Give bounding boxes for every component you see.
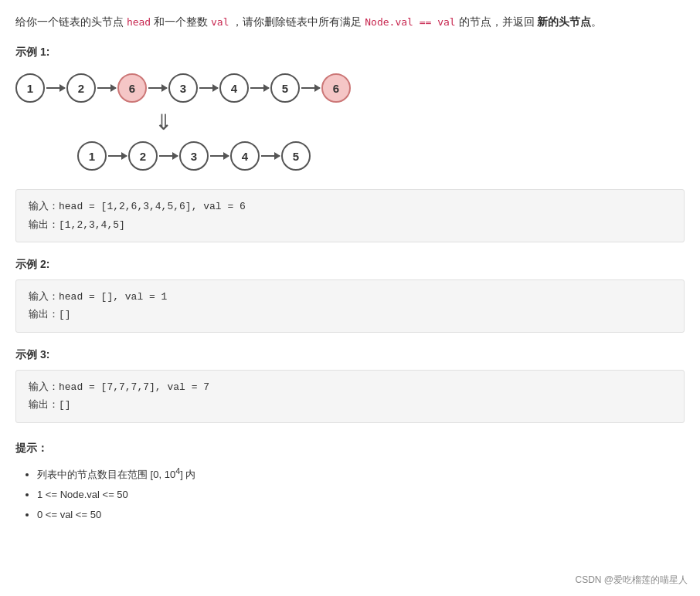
- down-arrow-area: ⇓: [15, 112, 172, 134]
- hints-title: 提示：: [15, 442, 685, 455]
- result-node-4: 4: [230, 141, 260, 171]
- arrow-5: [250, 87, 269, 89]
- node-6b: 6: [321, 73, 351, 103]
- arrow-6: [301, 87, 320, 89]
- result-node-5: 5: [281, 141, 311, 171]
- problem-description: 给你一个链表的头节点 head 和一个整数 val ，请你删除链表中所有满足 N…: [15, 12, 685, 32]
- example-3-output: 输出：[]: [29, 396, 671, 414]
- diagram-row-2: 1 2 3 4 5: [15, 141, 311, 171]
- example-2-title: 示例 2:: [15, 258, 685, 272]
- result-arrow-3: [210, 155, 229, 157]
- node-5: 5: [270, 73, 300, 103]
- node-1: 1: [15, 73, 45, 103]
- example-1-title: 示例 1:: [15, 46, 685, 59]
- result-arrow-4: [261, 155, 280, 157]
- example-1-output: 输出：[1,2,3,4,5]: [29, 216, 671, 234]
- node-4: 4: [219, 73, 249, 103]
- node-2: 2: [66, 73, 96, 103]
- example-2-code: 输入：head = [], val = 1 输出：[]: [15, 279, 685, 333]
- example-3-title: 示例 3:: [15, 348, 685, 362]
- hint-item-3: 0 <= val <= 50: [37, 505, 685, 525]
- hints-section: 提示： 列表中的节点数目在范围 [0, 104] 内 1 <= Node.val…: [15, 442, 685, 525]
- example-3: 示例 3: 输入：head = [7,7,7,7], val = 7 输出：[]: [15, 348, 685, 423]
- example-3-code: 输入：head = [7,7,7,7], val = 7 输出：[]: [15, 370, 685, 423]
- footer-credit: CSDN @爱吃榴莲的喵星人: [575, 574, 688, 587]
- diagram-row-1: 1 2 6 3 4 5 6: [15, 73, 351, 103]
- down-arrow-icon: ⇓: [155, 112, 172, 134]
- arrow-4: [199, 87, 218, 89]
- example-2-output: 输出：[]: [29, 306, 671, 323]
- example-1-diagram: 1 2 6 3 4 5 6 ⇓ 1 2 3 4 5: [15, 67, 685, 181]
- arrow-3: [148, 87, 167, 89]
- result-arrow-1: [108, 155, 127, 157]
- arrow-1: [46, 87, 65, 89]
- hint-item-2: 1 <= Node.val <= 50: [37, 485, 685, 505]
- result-arrow-2: [159, 155, 178, 157]
- example-3-input: 输入：head = [7,7,7,7], val = 7: [29, 378, 671, 396]
- example-1-code: 输入：head = [1,2,6,3,4,5,6], val = 6 输出：[1…: [15, 189, 685, 242]
- result-node-3: 3: [179, 141, 209, 171]
- hints-list: 列表中的节点数目在范围 [0, 104] 内 1 <= Node.val <= …: [15, 463, 685, 525]
- example-2-input: 输入：head = [], val = 1: [29, 288, 671, 306]
- example-2: 示例 2: 输入：head = [], val = 1 输出：[]: [15, 258, 685, 333]
- node-3: 3: [168, 73, 198, 103]
- arrow-2: [97, 87, 116, 89]
- hint-item-1: 列表中的节点数目在范围 [0, 104] 内: [37, 463, 685, 485]
- example-1: 示例 1: 1 2 6 3 4 5 6 ⇓ 1 2 3: [15, 46, 685, 242]
- result-node-1: 1: [77, 141, 107, 171]
- node-6a: 6: [117, 73, 147, 103]
- result-node-2: 2: [128, 141, 158, 171]
- example-1-input: 输入：head = [1,2,6,3,4,5,6], val = 6: [29, 198, 671, 215]
